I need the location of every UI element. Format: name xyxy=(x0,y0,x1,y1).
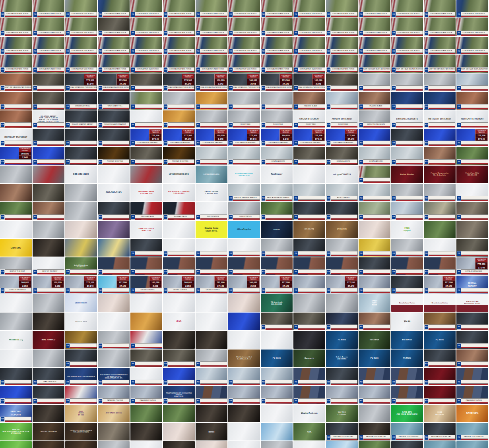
video-thumbnail-r2c14[interactable]: CORONAVIRUS TASK FORCEFOX xyxy=(424,18,456,36)
video-thumbnail-r2c8[interactable]: CORONAVIRUS TASK FORCEFOX xyxy=(228,18,260,36)
video-thumbnail-r14c9[interactable]: FOX xyxy=(261,239,293,257)
video-thumbnail-r13c11[interactable]: 877-761-FITB xyxy=(326,221,358,238)
video-thumbnail-r3c4[interactable]: CORONAVIRUS TASK FORCEFOX xyxy=(98,37,130,54)
thumb-roman[interactable]: roman xyxy=(261,221,293,238)
video-thumbnail-r20c3[interactable]: FOX xyxy=(65,350,97,367)
video-thumbnail-r25c6[interactable] xyxy=(163,441,195,448)
video-thumbnail-r16c14[interactable]: CORONAVIRUS PANDEMIC777,28637,140FOX xyxy=(424,276,456,293)
video-thumbnail-r25c15[interactable]: FOX xyxy=(456,441,488,448)
video-thumbnail-r23c14[interactable]: HOME DELIVERY xyxy=(424,405,456,422)
thumb-fauci-garden[interactable]: CORONAVIRUS TASK FORCEFOX xyxy=(0,0,32,17)
video-thumbnail-r16c6[interactable]: CORONAVIRUS PANDEMIC160,0202,953CROWD CO… xyxy=(163,276,195,293)
video-thumbnail-r25c11[interactable] xyxy=(326,441,358,448)
thumb-alonetogether[interactable]: #AloneTogether xyxy=(228,221,260,238)
video-thumbnail-r5c1[interactable]: TRUMP: WE HAVE BUILT AN INCREDIBLE SYSTE… xyxy=(0,73,32,91)
video-thumbnail-r2c11[interactable]: CORONAVIRUS TASK FORCEFOX xyxy=(326,18,358,36)
video-thumbnail-r22c10[interactable]: FOX xyxy=(293,386,325,404)
video-thumbnail-r20c5[interactable]: FOX xyxy=(130,350,162,367)
video-thumbnail-r8c9[interactable]: CORONAVIRUS PANDEMIC160,0202,943CORONAVI… xyxy=(261,129,293,146)
video-thumbnail-r12c10[interactable]: FOX xyxy=(293,202,325,220)
video-thumbnail-r22c9[interactable]: FOX xyxy=(261,386,293,404)
video-thumbnail-r8c15[interactable]: CORONAVIRUS PANDEMIC777,30637,140FOX xyxy=(456,129,488,146)
thumb-roundup-ad[interactable]: IMPORTANT NEWS 1-800-988-3205 xyxy=(130,184,162,201)
video-thumbnail-r18c4[interactable] xyxy=(98,313,130,330)
video-thumbnail-r25c1[interactable]: SAVE 50% xyxy=(0,441,32,448)
video-thumbnail-r13c3[interactable] xyxy=(65,221,97,238)
video-thumbnail-r2c13[interactable]: CORONAVIRUS TASK FORCEFOX xyxy=(391,18,423,36)
video-thumbnail-r19c15[interactable]: FOX xyxy=(456,331,488,348)
video-thumbnail-r24c9[interactable] xyxy=(261,423,293,440)
video-thumbnail-r5c2[interactable]: FOX xyxy=(33,73,64,91)
video-thumbnail-r15c14[interactable]: FOX xyxy=(424,257,456,275)
video-thumbnail-r15c13[interactable]: FOX xyxy=(391,257,423,275)
video-thumbnail-r11c9[interactable]: MEDICAL REINFORCEMENTSFOX xyxy=(261,184,293,201)
thumb-shipstation[interactable]: ShipStation.com/deal Get 2 Months Free! xyxy=(228,350,260,367)
video-thumbnail-r18c11[interactable]: FOX xyxy=(326,313,358,330)
video-thumbnail-r12c14[interactable]: FOX xyxy=(424,202,456,220)
video-thumbnail-r16c3[interactable]: CORONAVIRUS PANDEMIC777,28637,140FOX xyxy=(65,276,97,293)
video-thumbnail-r4c15[interactable]: TRUMP: WE HAVE BUILT AN INCREDIBLE SYSTE… xyxy=(456,55,488,73)
video-thumbnail-r3c15[interactable]: CORONAVIRUS TASK FORCEFOX xyxy=(456,37,488,54)
video-thumbnail-r9c12[interactable]: COMING ASHOREFOX xyxy=(359,147,390,164)
video-thumbnail-r9c8[interactable]: FOX xyxy=(228,147,260,164)
video-thumbnail-r22c7[interactable]: FOX xyxy=(196,386,227,404)
video-thumbnail-r19c13[interactable]: AND HIRING xyxy=(391,331,423,348)
video-thumbnail-r14c14[interactable]: FOX xyxy=(424,239,456,257)
video-thumbnail-r20c13[interactable]: PC Matic xyxy=(391,350,423,367)
video-thumbnail-r9c4[interactable]: PHOENIX SHOOTINGFOX xyxy=(98,147,130,164)
thumb-davis-crump[interactable]: DAVIS & CRUMP 1-800-988-3205 xyxy=(196,184,227,201)
video-thumbnail-r22c12[interactable]: FOX xyxy=(359,386,390,404)
video-thumbnail-r2c12[interactable]: CORONAVIRUS TASK FORCEFOX xyxy=(359,18,390,36)
video-thumbnail-r10c12[interactable]: FOX xyxy=(359,166,390,183)
video-thumbnail-r22c5[interactable]: PANDEMIC POLITICSFOX xyxy=(130,386,162,404)
video-thumbnail-r19c1[interactable]: PROMEDICA.org xyxy=(0,331,32,348)
video-thumbnail-r11c6[interactable]: NON-HODGKIN'S LYMPHOMA 1-800-988-3205 xyxy=(163,184,195,201)
video-thumbnail-r6c12[interactable]: PLACING BLAMEFOX xyxy=(359,92,390,109)
thumb-amazon-statement[interactable]: AMAZON STATEMENTROCKY RIDEFOX xyxy=(293,110,325,128)
video-thumbnail-r13c15[interactable] xyxy=(456,221,488,238)
video-thumbnail-r1c9[interactable]: CORONAVIRUS TASK FORCEFOX xyxy=(261,0,293,17)
video-thumbnail-r1c15[interactable]: CORONAVIRUS TASK FORCEFOX xyxy=(456,0,488,17)
video-thumbnail-r19c9[interactable] xyxy=(261,331,293,348)
video-thumbnail-r18c3[interactable]: Perfecto Bella xyxy=(65,313,97,330)
video-thumbnail-r7c7[interactable]: FOX xyxy=(196,110,227,128)
video-thumbnail-r12c4[interactable]: FOX xyxy=(98,202,130,220)
thumb-dish[interactable]: dish xyxy=(163,313,195,330)
thumb-mypillow[interactable]: DEEP DISCOUNTS MYPILLOW xyxy=(130,221,162,238)
video-thumbnail-r1c5[interactable]: CORONAVIRUS TASK FORCEFOX xyxy=(130,0,162,17)
video-thumbnail-r10c14[interactable]: Financial Compensation May Be Available xyxy=(424,166,456,183)
video-thumbnail-r3c12[interactable]: CORONAVIRUS TASK FORCEFOX xyxy=(359,37,390,54)
video-thumbnail-r20c4[interactable] xyxy=(98,350,130,367)
video-thumbnail-r1c10[interactable]: CORONAVIRUS TASK FORCEFOX xyxy=(293,0,325,17)
video-thumbnail-r21c12[interactable]: FOX xyxy=(359,368,390,385)
video-thumbnail-r4c6[interactable]: CORONAVIRUS TASK FORCEFOX xyxy=(163,55,195,73)
thumb-pompeo-graphic[interactable]: MIKE POMPEO xyxy=(33,331,64,348)
video-thumbnail-r24c15[interactable]: NATIONAL DOCTORS DAYFOX xyxy=(456,423,488,440)
video-thumbnail-r23c8[interactable] xyxy=(228,405,260,422)
video-thumbnail-r3c2[interactable]: CORONAVIRUS TASK FORCEFOX xyxy=(33,37,64,54)
video-thumbnail-r15c12[interactable]: FOX xyxy=(359,257,390,275)
video-thumbnail-r21c8[interactable]: FOX xyxy=(228,368,260,385)
video-thumbnail-r10c8[interactable]: LOVESHRINERS.ORG 888-383-3195 xyxy=(228,166,260,183)
video-thumbnail-r6c6[interactable]: FOX xyxy=(163,92,195,109)
video-thumbnail-r18c10[interactable]: FOX xyxy=(293,313,325,330)
video-thumbnail-r11c1[interactable] xyxy=(0,184,32,201)
video-thumbnail-r23c11[interactable]: WAY TOO CLOGGED xyxy=(326,405,358,422)
thumb-stock-market[interactable]: U.S. STOCK MARKET DOW ▲ 690.70 22,327.48… xyxy=(33,110,64,128)
video-thumbnail-r7c11[interactable]: AMAZON STATEMENTROCKY RIDEFOX xyxy=(326,110,358,128)
video-thumbnail-r8c10[interactable]: CORONAVIRUS PANDEMIC777,30637,140CORONAV… xyxy=(293,129,325,146)
video-thumbnail-r2c9[interactable]: CORONAVIRUS TASK FORCEFOX xyxy=(261,18,293,36)
video-thumbnail-r1c6[interactable]: CORONAVIRUS TASK FORCEFOX xyxy=(163,0,195,17)
video-thumbnail-r23c3[interactable]: JUST CRACK AN EGG xyxy=(65,405,97,422)
video-thumbnail-r25c4[interactable] xyxy=(98,441,130,448)
video-thumbnail-r22c11[interactable]: FOX xyxy=(326,386,358,404)
video-thumbnail-r13c14[interactable] xyxy=(424,221,456,238)
video-thumbnail-r15c6[interactable]: FOX xyxy=(163,257,195,275)
video-thumbnail-r7c1[interactable]: FOX xyxy=(0,110,32,128)
video-thumbnail-r22c14[interactable]: FOX xyxy=(424,386,456,404)
video-thumbnail-r19c10[interactable] xyxy=(293,331,325,348)
video-thumbnail-r7c4[interactable]: ROLLER COASTER MARKETFOX xyxy=(98,110,130,128)
video-thumbnail-r10c4[interactable] xyxy=(98,166,130,183)
video-thumbnail-r6c15[interactable]: FOX xyxy=(456,92,488,109)
video-thumbnail-r15c15[interactable]: CORONAVIRUS PANDEMIC777,28637,140COVID-1… xyxy=(456,257,488,275)
